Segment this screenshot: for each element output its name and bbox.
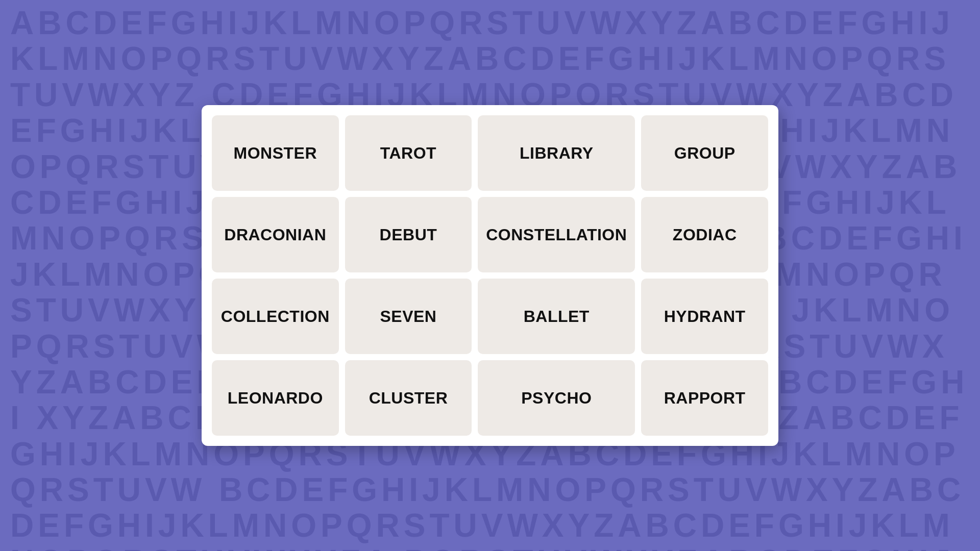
word-card-zodiac[interactable]: ZODIAC (641, 197, 768, 272)
word-card-library[interactable]: LIBRARY (478, 115, 635, 191)
word-label-monster: MONSTER (234, 144, 317, 163)
word-label-cluster: CLUSTER (369, 389, 448, 408)
word-label-draconian: DRACONIAN (224, 226, 326, 244)
word-card-ballet[interactable]: BALLET (478, 279, 635, 354)
word-label-zodiac: ZODIAC (673, 226, 737, 244)
word-card-group[interactable]: GROUP (641, 115, 768, 191)
word-card-constellation[interactable]: CONSTELLATION (478, 197, 635, 272)
word-label-tarot: TAROT (380, 144, 436, 163)
word-label-debut: DEBUT (380, 226, 437, 244)
word-card-draconian[interactable]: DRACONIAN (212, 197, 339, 272)
word-card-hydrant[interactable]: HYDRANT (641, 279, 768, 354)
word-card-debut[interactable]: DEBUT (345, 197, 472, 272)
word-card-rapport[interactable]: RAPPORT (641, 360, 768, 436)
word-card-collection[interactable]: COLLECTION (212, 279, 339, 354)
word-label-library: LIBRARY (520, 144, 594, 163)
word-card-cluster[interactable]: CLUSTER (345, 360, 472, 436)
word-card-monster[interactable]: MONSTER (212, 115, 339, 191)
word-label-leonardo: LEONARDO (228, 389, 323, 408)
word-card-leonardo[interactable]: LEONARDO (212, 360, 339, 436)
word-label-seven: SEVEN (380, 307, 436, 326)
word-label-ballet: BALLET (524, 307, 590, 326)
word-card-seven[interactable]: SEVEN (345, 279, 472, 354)
word-grid: MONSTERTAROTLIBRARYGROUPDRACONIANDEBUTCO… (212, 115, 768, 436)
word-card-tarot[interactable]: TAROT (345, 115, 472, 191)
word-label-group: GROUP (674, 144, 736, 163)
word-label-collection: COLLECTION (221, 307, 330, 326)
word-label-constellation: CONSTELLATION (486, 226, 627, 244)
word-label-psycho: PSYCHO (521, 389, 592, 408)
word-label-hydrant: HYDRANT (664, 307, 746, 326)
word-label-rapport: RAPPORT (664, 389, 746, 408)
word-card-psycho[interactable]: PSYCHO (478, 360, 635, 436)
card-panel: MONSTERTAROTLIBRARYGROUPDRACONIANDEBUTCO… (202, 105, 778, 446)
